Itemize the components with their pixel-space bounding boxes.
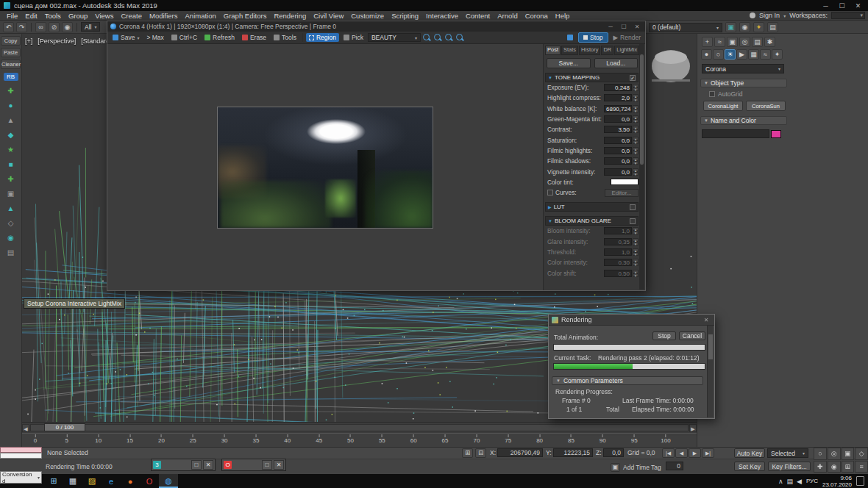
explorer-icon[interactable]: ▨ <box>82 474 102 488</box>
common-parameters-rollout[interactable]: ▼Common Parameters <box>552 376 703 385</box>
field-spinner[interactable]: ▴▾ <box>633 157 638 165</box>
timeline-tick-45[interactable]: 45 <box>316 434 322 444</box>
create-tab-icon[interactable]: + <box>702 37 713 47</box>
vfb-to-max-button[interactable]: > Max <box>143 33 166 42</box>
field-value-input[interactable]: 0,0 <box>604 115 632 123</box>
material-icon[interactable]: ● <box>4 99 18 112</box>
mini-window-opera[interactable]: O□✕ <box>221 459 286 471</box>
menu-file[interactable]: File <box>3 12 21 20</box>
select-and-link-icon[interactable]: ∞ <box>35 22 46 32</box>
dialog-stop-button[interactable]: Stop <box>652 331 676 340</box>
zoom-fit-icon[interactable] <box>456 34 463 40</box>
timeline-tick-100[interactable]: 100 <box>661 434 670 444</box>
network-icon[interactable]: ▤ <box>786 478 793 485</box>
left-toolbar-copy-button[interactable]: Copy <box>1 36 21 46</box>
sign-in-button[interactable]: Sign In <box>759 12 780 19</box>
close-icon[interactable]: ✕ <box>203 460 213 470</box>
add-time-tag[interactable]: ▣ Add Time Tag <box>611 463 661 472</box>
timeline-tick-80[interactable]: 80 <box>536 434 543 444</box>
left-toolbar-cleaner-button[interactable]: Cleaner <box>1 60 21 69</box>
opera-icon[interactable]: O <box>140 474 159 488</box>
restore-icon[interactable]: □ <box>191 460 202 470</box>
active-app-icon[interactable]: ◍ <box>159 474 178 488</box>
auto-key-button[interactable]: Auto Key <box>734 448 765 458</box>
field-value-input[interactable]: 0,30 <box>604 259 632 266</box>
pan-icon[interactable]: ✚ <box>814 461 827 473</box>
restore-icon[interactable]: □ <box>262 460 272 470</box>
pencil-icon[interactable]: ◇ <box>4 217 18 229</box>
flower-icon[interactable]: ✚ <box>4 173 18 185</box>
systems-category-icon[interactable]: ✦ <box>772 49 783 60</box>
timeline-tick-50[interactable]: 50 <box>347 434 354 444</box>
maximize-viewport-icon[interactable]: ⊞ <box>842 461 855 473</box>
spinner-down-icon[interactable]: ▾ <box>633 129 638 133</box>
timeline-tick-40[interactable]: 40 <box>284 434 291 444</box>
display-tab-icon[interactable]: ▤ <box>752 37 763 47</box>
viewport-menu-pov[interactable]: [Perspective] <box>38 37 76 45</box>
spinner-down-icon[interactable]: ▾ <box>633 161 638 165</box>
vfb-render-button[interactable]: ▶Render <box>613 34 641 41</box>
y-coordinate-field[interactable]: 12223,15 <box>553 448 593 457</box>
timeline-tick-15[interactable]: 15 <box>127 434 133 444</box>
timeline-tick-95[interactable]: 95 <box>631 434 638 444</box>
menu-civil-view[interactable]: Civil View <box>310 12 347 20</box>
play-icon[interactable]: ▶ <box>689 448 701 458</box>
timeline-tick-75[interactable]: 75 <box>505 434 511 444</box>
spinner-down-icon[interactable]: ▾ <box>633 140 638 144</box>
chair-icon[interactable]: ■ <box>4 158 18 171</box>
dialog-cancel-button[interactable]: Cancel <box>679 331 705 340</box>
current-frame-field[interactable]: 0 <box>666 462 683 470</box>
menu-help[interactable]: Help <box>552 12 574 20</box>
taskview-icon[interactable]: ▦ <box>63 474 82 488</box>
field-spinner[interactable]: ▴▾ <box>633 227 638 234</box>
person-icon[interactable]: ◆ <box>4 129 18 141</box>
layer-icon[interactable]: ▤ <box>4 246 18 259</box>
vfb-pick-button[interactable]: Pick <box>341 33 366 42</box>
field-spinner[interactable]: ▴▾ <box>633 238 638 245</box>
zoom-icon[interactable]: ○ <box>814 448 827 460</box>
time-slider-track[interactable] <box>30 424 689 431</box>
interactive-render-icon[interactable] <box>567 35 573 40</box>
bloom-glare-checkbox[interactable] <box>630 218 636 224</box>
key-filters-button[interactable]: Key Filters... <box>768 462 811 471</box>
workspaces-dropdown[interactable]: ▾ <box>831 12 865 19</box>
undo-icon[interactable]: ↶ <box>3 22 14 32</box>
field-spinner[interactable]: ▴▾ <box>633 94 638 101</box>
menu-arnold[interactable]: Arnold <box>494 12 521 20</box>
timeline-tick-35[interactable]: 35 <box>252 434 259 444</box>
object-color-swatch[interactable] <box>771 130 781 138</box>
field-value-input[interactable]: 3,50 <box>604 126 632 133</box>
menu-corona[interactable]: Corona <box>522 12 552 20</box>
field-spinner[interactable]: ▴▾ <box>633 84 638 91</box>
create-coronasun-button[interactable]: CoronaSun <box>746 101 786 111</box>
field-value-input[interactable]: 0,50 <box>604 270 632 277</box>
language-indicator[interactable]: РУС <box>806 478 818 484</box>
close-icon[interactable]: ✕ <box>852 2 864 10</box>
field-spinner[interactable]: ▴▾ <box>633 147 638 154</box>
key-mode-dropdown[interactable]: Selected▾ <box>767 448 808 458</box>
absolute-mode-icon[interactable]: ⊟ <box>475 448 486 458</box>
light-icon[interactable]: ★ <box>4 143 18 156</box>
tone-mapping-section-header[interactable]: ▼TONE MAPPING ✓ <box>545 73 638 82</box>
zoom-extents-icon[interactable]: ▣ <box>842 448 855 460</box>
object-category-dropdown[interactable]: Corona▾ <box>702 64 784 73</box>
maxscript-mini-listener[interactable]: Conversion d▾ <box>0 471 42 484</box>
spinner-down-icon[interactable]: ▾ <box>633 252 638 256</box>
vfb-save-settings-button[interactable]: Save... <box>547 58 591 68</box>
vfb-copy-button[interactable]: Ctrl+C <box>168 33 200 42</box>
create-coronalight-button[interactable]: CoronaLight <box>703 101 743 111</box>
zoom-all-icon[interactable]: ◎ <box>828 448 841 460</box>
spinner-down-icon[interactable]: ▾ <box>633 87 638 91</box>
field-value-input[interactable]: 0,248 <box>604 84 632 91</box>
timeline-tick-30[interactable]: 30 <box>221 434 228 444</box>
field-spinner[interactable]: ▴▾ <box>633 115 638 123</box>
field-value-input[interactable]: 0,0 <box>604 137 632 144</box>
menu-views[interactable]: Views <box>91 12 117 20</box>
color-tint-swatch[interactable] <box>611 179 638 185</box>
lut-checkbox[interactable] <box>630 204 636 210</box>
mini-window-3dsmax[interactable]: 3□✕ <box>151 459 216 471</box>
viewport-menu-general[interactable]: [+] <box>25 37 32 45</box>
spinner-down-icon[interactable]: ▾ <box>633 172 638 176</box>
menu-modifiers[interactable]: Modifiers <box>146 12 182 20</box>
edge-icon[interactable]: e <box>102 474 121 488</box>
